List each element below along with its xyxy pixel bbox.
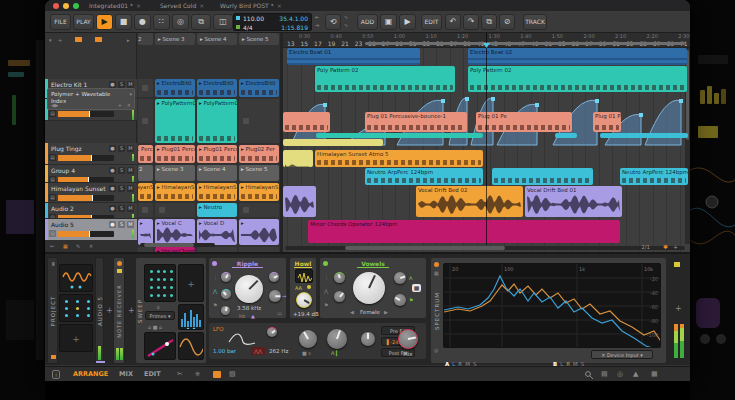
project-tab-1[interactable]: Integrated01 *× <box>89 1 141 10</box>
launcher-clip[interactable]: ▸ Scene 2 <box>138 165 153 181</box>
launcher-cell[interactable]: ▸ Vocal C <box>155 219 195 245</box>
arranger-clip-neutro-arpperc-124bpm[interactable]: Neutro ArpPerc 124bpm <box>620 168 688 185</box>
grid-dot[interactable] <box>163 286 166 289</box>
file-menu-button[interactable]: FILE <box>50 14 71 30</box>
lfo-depth-knob[interactable] <box>267 327 277 337</box>
song-position-value[interactable]: 35.4.1.00 <box>279 14 308 23</box>
zoom-snap-icon[interactable]: ✱ <box>663 243 668 250</box>
arranger-clip-poly-pattern-02[interactable]: Poly Pattern 02 <box>468 66 687 92</box>
spectrum-graph[interactable]: 201001k10k-20-40-60-80-100 <box>443 263 661 348</box>
grid-dot[interactable] <box>170 294 173 297</box>
duplicate-button[interactable]: ⧉ <box>481 14 497 30</box>
song-time-value[interactable]: 1:15.819 <box>281 23 308 32</box>
launcher-cell[interactable]: ▸ Scene 4 <box>197 165 237 181</box>
launcher-clip[interactable]: ▸ ElectroBit0 <box>155 79 195 97</box>
launcher-clip[interactable]: ▸ Vocal D <box>197 219 237 245</box>
clip-stop-button[interactable] <box>243 207 249 213</box>
lfo-wave-chip[interactable]: ⋀⋀ <box>251 347 265 355</box>
zoom-level-label[interactable]: 2/1 <box>641 244 650 250</box>
grid-dot[interactable] <box>87 300 90 303</box>
launcher-clip[interactable]: ▸ Plug01 Percu <box>197 145 237 163</box>
next-vowel-icon[interactable]: ▶ <box>384 309 388 315</box>
arranger-clip-electro-beat-01[interactable]: Electro Beat 01 <box>287 48 420 65</box>
note-receiver-device[interactable]: NOTE RECEIVER <box>113 257 125 364</box>
save-button[interactable]: ▣ <box>380 14 397 30</box>
vowels-value[interactable]: Female <box>360 309 380 315</box>
grid-dot[interactable] <box>150 294 153 297</box>
play-menu-button[interactable]: PLAY <box>73 14 94 30</box>
grid-dot[interactable] <box>76 314 79 317</box>
solo-button[interactable]: S <box>118 145 125 152</box>
grid-dot[interactable] <box>87 314 90 317</box>
close-window-button[interactable] <box>53 3 59 9</box>
grid-dot[interactable] <box>150 278 153 281</box>
arranger-clip-plug-01-pe[interactable]: Plug 01 Pe <box>476 112 572 132</box>
clipboard-icon[interactable]: ▤ <box>601 370 608 378</box>
grid-dot[interactable] <box>157 286 160 289</box>
time-signature-value[interactable]: 4/4 <box>243 23 253 32</box>
clip-stop-button[interactable] <box>142 207 148 213</box>
mute-button[interactable]: M <box>127 81 134 88</box>
launcher-cell[interactable]: ▸ ElectroBit0 <box>197 79 237 97</box>
stop-button[interactable]: ■ <box>115 14 132 30</box>
scene-header-1[interactable]: ▸ Scene 2 <box>138 33 153 45</box>
arranger-clip[interactable] <box>283 139 383 146</box>
power-icon[interactable] <box>434 262 439 267</box>
record-button[interactable]: ● <box>134 14 151 30</box>
arranger-clip-himalayan-sunset-atmo-5[interactable]: Himalayan Sunset Atmo 5 <box>315 150 483 167</box>
audio5-track-strip[interactable]: AUDIO 5 <box>95 257 104 364</box>
launcher-clip[interactable]: ▸ ElectroBit0 <box>239 79 279 97</box>
grid-dot[interactable] <box>150 286 153 289</box>
vowels-morph-knob[interactable] <box>353 272 385 304</box>
solo-button[interactable]: S <box>118 205 125 212</box>
howl-aa-label[interactable]: AA <box>295 285 302 291</box>
tempo-value[interactable]: 110.00 <box>243 14 264 23</box>
ripple-cutoff-knob[interactable] <box>235 275 263 303</box>
info-button[interactable]: i <box>52 370 60 379</box>
grid-dot[interactable] <box>157 294 160 297</box>
arranger-clip[interactable] <box>600 133 688 138</box>
record-arm-button[interactable]: ● <box>109 145 116 152</box>
display-toggle-icon[interactable]: ▭ <box>277 310 282 316</box>
add-device-icon[interactable]: + <box>118 102 122 108</box>
launcher-clip[interactable]: ▸ ElectroBit0 <box>197 79 237 97</box>
add-track-icon[interactable]: + <box>58 37 62 43</box>
launcher-clip[interactable]: ▸ <box>138 219 153 245</box>
ripple-device[interactable]: Ripple ⋮ ⋀ ⚑ 3.58 kHz → Hz ▲ ▭ <box>208 257 287 319</box>
lfo-curve-icon[interactable] <box>227 325 257 345</box>
launcher-cell[interactable]: ▸ HimalayanS1 <box>138 183 153 201</box>
launcher-clip[interactable]: ▸ Scene 5 <box>239 165 279 181</box>
track-row-group-4[interactable]: Group 4●SM▤ <box>45 165 137 183</box>
settings-icon[interactable]: ◎ <box>434 347 438 353</box>
spectrum-input-dropdown[interactable]: ✕ Device Input ▾ <box>591 350 653 359</box>
volume-fader[interactable] <box>58 231 114 237</box>
grid-dot[interactable] <box>76 300 79 303</box>
scene-header-3[interactable]: ▸ Scene 4 <box>197 33 237 45</box>
record-arm-button[interactable]: ● <box>109 185 116 192</box>
dot-grid-module[interactable] <box>59 294 93 322</box>
hand-icon[interactable]: ▲ <box>633 370 638 378</box>
browse-icon[interactable]: ◀▶ <box>51 102 59 108</box>
ripple-spread-knob[interactable] <box>269 272 279 282</box>
arranger-clip[interactable] <box>492 168 593 185</box>
loop-button[interactable]: ⟲ <box>325 14 341 30</box>
launcher-clip[interactable]: ▸ Scene 4 <box>197 165 237 181</box>
launcher-cell[interactable]: ▸ HimalayanS1 <box>197 183 237 201</box>
close-tab-icon[interactable]: × <box>199 2 204 9</box>
play-selection-button[interactable]: ▶ <box>399 14 416 30</box>
grid-dot[interactable] <box>65 300 68 303</box>
gear-icon[interactable]: ◎ <box>617 370 623 378</box>
send-b-knob[interactable] <box>327 329 347 349</box>
arranger-hscrollbar[interactable] <box>285 246 685 250</box>
launcher-clip[interactable]: ▸ HimalayanS1 <box>239 183 279 201</box>
vowels-y-knob[interactable] <box>334 291 345 302</box>
solo-button[interactable]: S <box>118 185 125 192</box>
launcher-cell[interactable]: ▸ Vocal D <box>197 219 237 245</box>
grid-dot[interactable] <box>163 278 166 281</box>
scene-header-4[interactable]: ▸ Scene 5 <box>239 33 279 45</box>
flag-icon[interactable]: ⚑ <box>324 302 328 308</box>
vowels-depth-knob[interactable] <box>394 294 406 306</box>
sweep-dot-grid[interactable] <box>144 264 176 302</box>
close-tab-icon[interactable]: × <box>277 2 282 9</box>
panel-layout-left-button[interactable]: ⧉ <box>191 14 211 30</box>
